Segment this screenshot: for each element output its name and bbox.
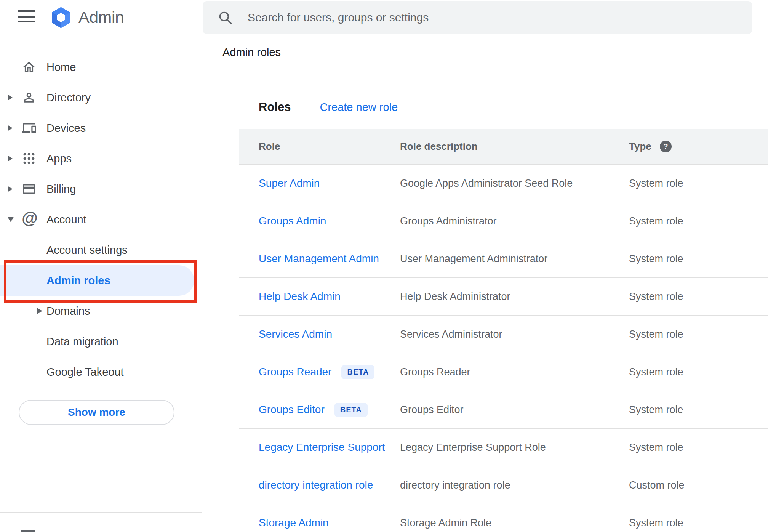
table-row: User Management Admin User Management Ad… <box>239 240 768 278</box>
sidebar-item-domains[interactable]: Domains <box>0 296 202 326</box>
role-link[interactable]: Groups Admin <box>259 215 326 227</box>
account-icon: @ <box>22 212 36 227</box>
role-cell: Storage Admin <box>259 517 400 529</box>
sidebar-divider <box>0 512 202 513</box>
menu-bar <box>18 21 35 22</box>
role-type: System role <box>629 442 768 453</box>
table-row: Help Desk Admin Help Desk Administrator … <box>239 278 768 316</box>
search-bar <box>203 1 752 34</box>
apps-icon <box>22 151 36 166</box>
beta-badge: BETA <box>341 365 374 379</box>
role-description: Groups Editor <box>400 404 629 416</box>
role-link[interactable]: Super Admin <box>259 177 320 189</box>
role-type: System role <box>629 253 768 265</box>
roles-card: Roles Create new role Role Role descript… <box>239 85 768 532</box>
menu-bar <box>18 10 35 12</box>
expand-arrow-icon[interactable] <box>37 308 42 314</box>
role-description: Legacy Enterprise Support Role <box>400 442 629 453</box>
role-link[interactable]: Help Desk Admin <box>259 290 341 303</box>
sidebar-item-label: Admin roles <box>46 274 110 287</box>
role-description: directory integration role <box>400 479 629 491</box>
role-cell: Help Desk Admin <box>259 290 400 303</box>
role-cell: Super Admin <box>259 177 400 189</box>
role-cell: Groups Admin <box>259 215 400 227</box>
clipped-bottom-icon <box>21 530 35 532</box>
beta-badge: BETA <box>334 403 368 417</box>
role-cell: Groups Editor BETA <box>259 403 400 417</box>
directory-icon <box>22 90 36 105</box>
role-link[interactable]: Groups Editor <box>259 404 325 416</box>
expand-arrow-icon[interactable] <box>8 125 13 131</box>
role-description: Services Administrator <box>400 328 629 340</box>
sidebar-item-directory[interactable]: Directory <box>0 82 202 113</box>
content-divider <box>202 66 768 66</box>
role-link[interactable]: Storage Admin <box>259 517 329 529</box>
sidebar-item-home[interactable]: Home <box>0 52 202 82</box>
role-type: System role <box>629 178 768 189</box>
role-link[interactable]: User Management Admin <box>259 253 379 265</box>
role-link[interactable]: Groups Reader <box>259 366 331 378</box>
role-description: Groups Administrator <box>400 215 629 227</box>
table-body: Super Admin Google Apps Administrator Se… <box>239 165 768 532</box>
sidebar-item-admin-roles[interactable]: Admin roles <box>0 265 202 296</box>
search-icon <box>217 10 233 26</box>
expand-arrow-icon[interactable] <box>8 186 13 192</box>
sidebar-item-account[interactable]: @ Account <box>0 204 202 235</box>
column-header-role-description: Role description <box>400 141 629 152</box>
table-row: Super Admin Google Apps Administrator Se… <box>239 165 768 202</box>
role-description: Google Apps Administrator Seed Role <box>400 178 629 189</box>
sidebar-item-devices[interactable]: Devices <box>0 113 202 143</box>
sidebar-item-data-migration[interactable]: Data migration <box>0 326 202 357</box>
billing-icon <box>22 182 36 196</box>
search-input[interactable] <box>248 11 735 24</box>
sidebar-item-label: Domains <box>46 305 90 317</box>
sidebar-item-label: Data migration <box>46 335 118 348</box>
sidebar-item-label: Apps <box>46 152 72 165</box>
column-header-role: Role <box>259 141 400 152</box>
role-link[interactable]: directory integration role <box>259 479 373 491</box>
role-link[interactable]: Legacy Enterprise Support <box>259 441 385 453</box>
role-description: Groups Reader <box>400 366 629 378</box>
collapse-arrow-icon[interactable] <box>8 217 14 222</box>
devices-icon <box>22 121 36 135</box>
sidebar-item-label: Directory <box>46 91 91 104</box>
role-cell: Legacy Enterprise Support <box>259 441 400 453</box>
sidebar-item-label: Account <box>46 213 86 226</box>
card-title: Roles <box>259 100 291 114</box>
table-row: Legacy Enterprise Support Legacy Enterpr… <box>239 429 768 466</box>
sidebar-item-account-settings[interactable]: Account settings <box>0 235 202 265</box>
role-description: Storage Admin Role <box>400 517 629 529</box>
role-type: System role <box>629 517 768 529</box>
role-cell: Services Admin <box>259 328 400 340</box>
table-row: Services Admin Services Administrator Sy… <box>239 316 768 353</box>
sidebar-item-billing[interactable]: Billing <box>0 174 202 204</box>
column-header-type: Type ? <box>629 141 768 152</box>
expand-arrow-icon[interactable] <box>8 155 13 162</box>
role-link[interactable]: Services Admin <box>259 328 332 340</box>
create-new-role-link[interactable]: Create new role <box>320 101 398 114</box>
table-header-row: Role Role description Type ? <box>239 129 768 165</box>
role-description: User Management Administrator <box>400 253 629 265</box>
role-cell: directory integration role <box>259 479 400 491</box>
card-header: Roles Create new role <box>239 85 768 129</box>
role-type: System role <box>629 328 768 340</box>
sidebar-item-google-takeout[interactable]: Google Takeout <box>0 357 202 387</box>
role-type: System role <box>629 404 768 416</box>
table-row: Storage Admin Storage Admin Role System … <box>239 504 768 532</box>
role-type: System role <box>629 366 768 378</box>
sidebar-item-apps[interactable]: Apps <box>0 143 202 174</box>
menu-bar <box>18 16 35 18</box>
show-more-button[interactable]: Show more <box>19 400 174 425</box>
home-icon <box>22 60 36 74</box>
sidebar-item-label: Account settings <box>46 244 128 256</box>
role-cell: User Management Admin <box>259 253 400 265</box>
role-type: System role <box>629 215 768 227</box>
breadcrumb: Admin roles <box>222 46 281 59</box>
expand-arrow-icon[interactable] <box>8 95 13 101</box>
table-row: Groups Reader BETA Groups Reader System … <box>239 353 768 391</box>
menu-button[interactable] <box>18 10 35 22</box>
sidebar-item-label: Billing <box>46 183 76 195</box>
role-cell: Groups Reader BETA <box>259 365 400 379</box>
help-icon[interactable]: ? <box>660 141 672 152</box>
app-title: Admin <box>78 0 124 34</box>
